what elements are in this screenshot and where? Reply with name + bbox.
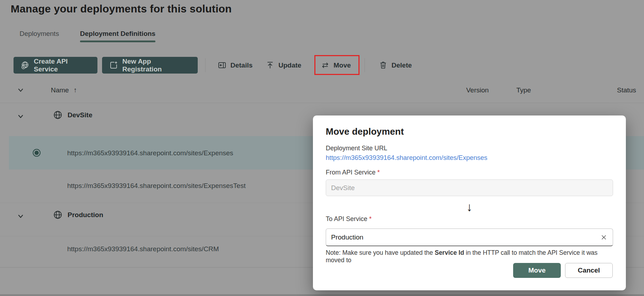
delete-label: Delete [392, 61, 412, 69]
deployment-url: https://m365x93939164.sharepoint.com/sit… [67, 245, 219, 253]
group-expand-chevron-icon[interactable] [16, 213, 25, 220]
group-row-production[interactable]: Production [0, 203, 313, 236]
create-api-service-label: Create API Service [34, 58, 90, 73]
update-label: Update [278, 61, 301, 69]
globe-icon [53, 210, 63, 220]
move-deployment-dialog: Move deployment Deployment Site URL http… [313, 115, 626, 290]
clear-icon[interactable] [600, 233, 608, 241]
new-app-registration-button[interactable]: New App Registration [102, 57, 198, 74]
collapse-all-chevron-icon[interactable] [16, 87, 25, 93]
note-text: Note: Make sure you have updated the Ser… [326, 249, 614, 264]
update-button[interactable]: Update [266, 57, 301, 74]
app-add-icon [109, 61, 118, 70]
group-name: DevSite [68, 111, 92, 119]
column-header-type[interactable]: Type [516, 86, 531, 94]
deployment-url: https://m365x93939164.sharepoint.com/sit… [67, 182, 246, 190]
move-annotation-box [314, 55, 360, 75]
radio-button-selected[interactable] [33, 149, 41, 157]
from-api-service-value: DevSite [331, 184, 355, 192]
group-expand-chevron-icon[interactable] [16, 113, 25, 120]
deployment-row[interactable]: https://m365x93939164.sharepoint.com/sit… [0, 169, 313, 203]
new-app-registration-label: New App Registration [122, 58, 191, 73]
to-api-service-label: To API Service* [326, 215, 372, 223]
column-header-version[interactable]: Version [466, 86, 489, 94]
required-asterisk: * [369, 215, 372, 222]
group-name: Production [68, 211, 103, 219]
column-header-status[interactable]: Status [617, 86, 636, 94]
to-api-service-field[interactable]: Production [326, 228, 613, 246]
cancel-button[interactable]: Cancel [565, 263, 613, 278]
details-label: Details [230, 61, 252, 69]
radio-dot [34, 151, 39, 155]
toolbar-separator [205, 58, 206, 72]
site-url-link[interactable]: https://m365x93939164.sharepoint.com/sit… [326, 154, 488, 162]
column-header-name[interactable]: Name ↑ [51, 86, 77, 94]
bottom-edge [0, 294, 644, 296]
active-tab-underline [80, 41, 155, 42]
page-title: Manage your deployments for this solutio… [11, 3, 232, 15]
to-api-service-value: Production [331, 233, 600, 241]
globe-icon [53, 110, 63, 120]
group-row-devsite[interactable]: DevSite [0, 103, 313, 136]
move-submit-button[interactable]: Move [513, 263, 561, 278]
down-arrow-icon: ↓ [313, 200, 626, 214]
site-url-label: Deployment Site URL [326, 145, 387, 152]
app-screen: Manage your deployments for this solutio… [0, 0, 644, 296]
tab-deployment-definitions[interactable]: Deployment Definitions [80, 30, 155, 38]
required-asterisk: * [377, 169, 380, 176]
sort-ascending-icon: ↑ [74, 86, 77, 94]
arrow-upload-icon [266, 61, 275, 70]
deployment-row[interactable]: https://m365x93939164.sharepoint.com/sit… [0, 236, 313, 267]
details-button[interactable]: Details [218, 57, 252, 74]
tab-deployments[interactable]: Deployments [20, 30, 59, 38]
from-api-service-field: DevSite [326, 179, 613, 196]
deployment-url: https://m365x93939164.sharepoint.com/sit… [67, 149, 233, 157]
toolbar-separator [364, 58, 365, 72]
details-panel-icon [218, 61, 227, 70]
delete-button[interactable]: Delete [379, 57, 412, 74]
trash-icon [379, 61, 388, 70]
from-api-service-label: From API Service* [326, 169, 380, 176]
globe-add-icon [21, 61, 30, 70]
create-api-service-button[interactable]: Create API Service [14, 57, 97, 74]
dialog-title: Move deployment [326, 126, 404, 137]
